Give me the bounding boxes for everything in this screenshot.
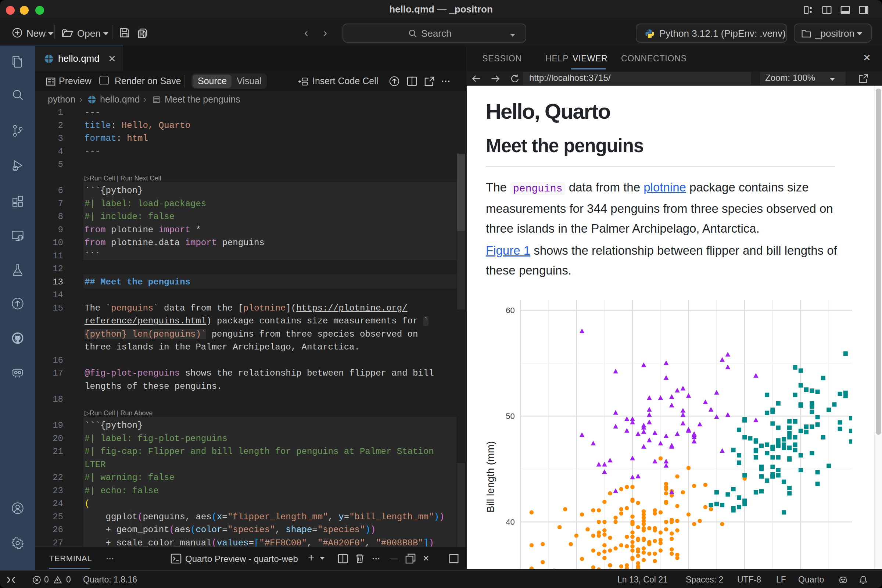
- svg-text:60: 60: [506, 306, 514, 315]
- svg-text:50: 50: [506, 412, 514, 421]
- svg-text:Bill length (mm): Bill length (mm): [485, 441, 496, 512]
- svg-text:40: 40: [506, 518, 514, 526]
